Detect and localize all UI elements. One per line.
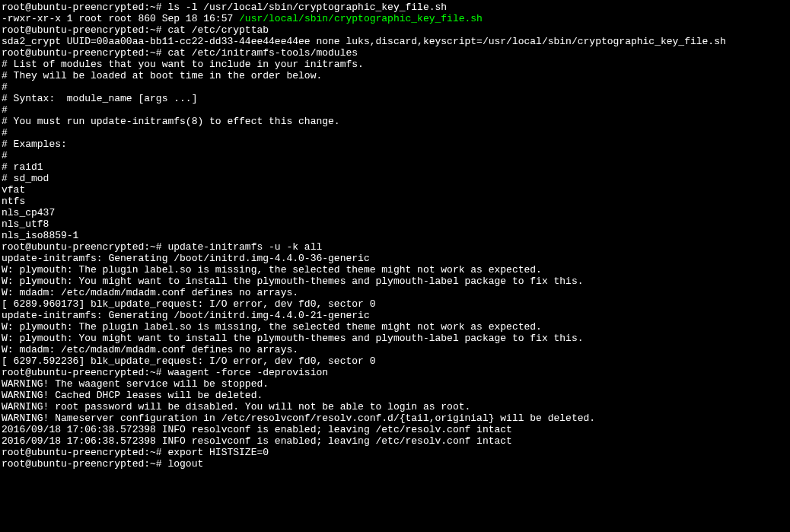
- output-line: # List of modules that you want to inclu…: [2, 59, 364, 70]
- output-line: #: [2, 81, 8, 93]
- output-line: sda2_crypt UUID=00aa00aa-bb11-cc22-dd33-…: [2, 36, 726, 47]
- prompt: root@ubuntu-preencrypted:~#: [2, 447, 167, 458]
- output-line: W: plymouth: The plugin label.so is miss…: [2, 321, 542, 333]
- prompt: root@ubuntu-preencrypted:~#: [2, 2, 167, 13]
- prompt: root@ubuntu-preencrypted:~#: [2, 241, 167, 253]
- output-line: WARNING! Nameserver configuration in /et…: [2, 413, 595, 424]
- output-line: #: [2, 150, 8, 161]
- output-line: # sd_mod: [2, 173, 49, 184]
- output-line: WARNING! The waagent service will be sto…: [2, 378, 269, 390]
- output-line: # Syntax: module_name [args ...]: [2, 93, 197, 104]
- command: cat /etc/initramfs-tools/modules: [167, 47, 358, 59]
- command: cat /etc/crypttab: [167, 24, 269, 36]
- output-line: # They will be loaded at boot time in th…: [2, 70, 322, 81]
- output-line: WARNING! Cached DHCP leases will be dele…: [2, 390, 263, 401]
- command: waagent -force -deprovision: [167, 367, 328, 378]
- output-line: # raid1: [2, 161, 43, 173]
- output-line: nls_utf8: [2, 218, 49, 230]
- output-line: 2016/09/18 17:06:38.572398 INFO resolvco…: [2, 435, 512, 447]
- output-line: update-initramfs: Generating /boot/initr…: [2, 310, 370, 321]
- output-line: WARNING! root password will be disabled.…: [2, 401, 470, 413]
- output-line: nls_iso8859-1: [2, 230, 78, 241]
- ls-output-perms: -rwxr-xr-x 1 root root 860 Sep 18 16:57: [2, 13, 239, 24]
- command: export HISTSIZE=0: [167, 447, 269, 458]
- command: ls -l /usr/local/sbin/cryptographic_key_…: [167, 2, 447, 13]
- output-line: vfat: [2, 184, 25, 196]
- command: update-initramfs -u -k all: [167, 241, 322, 253]
- output-line: #: [2, 127, 8, 139]
- output-line: 2016/09/18 17:06:38.572398 INFO resolvco…: [2, 424, 512, 435]
- output-line: W: plymouth: The plugin label.so is miss…: [2, 264, 542, 276]
- output-line: update-initramfs: Generating /boot/initr…: [2, 253, 370, 264]
- output-line: nls_cp437: [2, 207, 55, 218]
- terminal-output[interactable]: root@ubuntu-preencrypted:~# ls -l /usr/l…: [0, 0, 790, 471]
- ls-output-path: /usr/local/sbin/cryptographic_key_file.s…: [239, 13, 483, 24]
- prompt: root@ubuntu-preencrypted:~#: [2, 367, 167, 378]
- prompt: root@ubuntu-preencrypted:~#: [2, 24, 167, 36]
- prompt: root@ubuntu-preencrypted:~#: [2, 47, 167, 59]
- output-line: # You must run update-initramfs(8) to ef…: [2, 116, 340, 127]
- output-line: W: mdadm: /etc/mdadm/mdadm.conf defines …: [2, 287, 298, 298]
- output-line: ntfs: [2, 196, 25, 207]
- output-line: [ 6297.592236] blk_update_request: I/O e…: [2, 355, 375, 367]
- output-line: W: plymouth: You might want to install t…: [2, 333, 584, 344]
- prompt: root@ubuntu-preencrypted:~#: [2, 458, 167, 470]
- output-line: W: plymouth: You might want to install t…: [2, 276, 584, 287]
- command: logout: [167, 458, 203, 470]
- output-line: # Examples:: [2, 139, 67, 150]
- output-line: #: [2, 104, 8, 116]
- output-line: [ 6289.960173] blk_update_request: I/O e…: [2, 298, 375, 310]
- output-line: W: mdadm: /etc/mdadm/mdadm.conf defines …: [2, 344, 298, 355]
